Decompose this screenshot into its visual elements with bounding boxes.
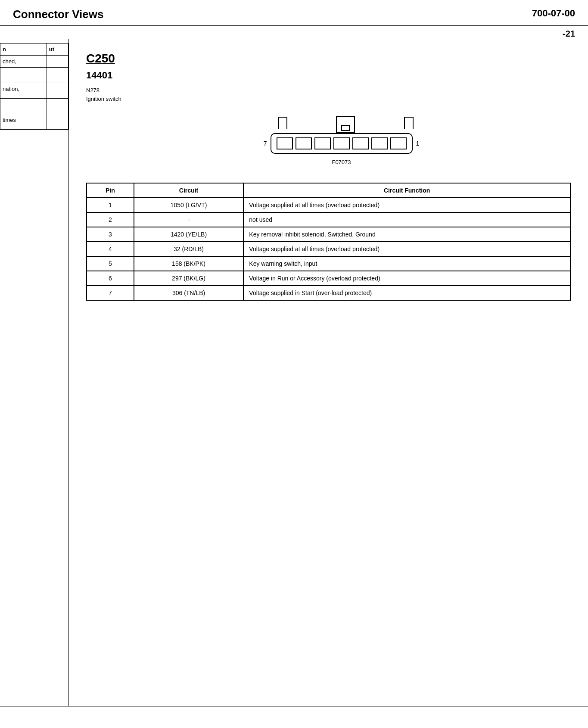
- connector-id: C250: [86, 52, 571, 65]
- tab-center-box: [336, 124, 355, 133]
- pin-1: [277, 137, 293, 149]
- connector-diagram: 7 1 F07073: [112, 116, 571, 165]
- cell-circuit-7: 306 (TN/LB): [134, 286, 244, 300]
- pin-table: Pin Circuit Circuit Function 11050 (LG/V…: [86, 183, 571, 301]
- connector-shell: [271, 133, 413, 154]
- cell-function-5: Key warning switch, input: [243, 256, 570, 271]
- page-number: 700-07-00: [532, 8, 575, 19]
- cell-pin-6: 6: [87, 271, 134, 286]
- table-row: 432 (RD/LB)Voltage supplied at all times…: [87, 242, 570, 256]
- tab-right: [404, 117, 414, 129]
- cell-circuit-2: -: [134, 212, 244, 227]
- cell-pin-3: 3: [87, 227, 134, 242]
- table-row: 5158 (BK/PK)Key warning switch, input: [87, 256, 570, 271]
- pin-3: [314, 137, 331, 149]
- left-row5-col1: times: [0, 114, 47, 130]
- tab-center-inner: [341, 125, 350, 131]
- left-panel: n ut ched, nation, times: [0, 39, 69, 706]
- pin-4: [333, 137, 350, 149]
- component-line2: Ignition switch: [86, 96, 121, 102]
- page-header: Connector Views 700-07-00: [0, 0, 588, 26]
- tab-left: [278, 117, 287, 129]
- left-row4-col1: [0, 99, 47, 114]
- pin-5: [352, 137, 369, 149]
- cell-function-1: Voltage supplied at all times (overload …: [243, 198, 570, 212]
- col-header-pin: Pin: [87, 183, 134, 198]
- table-row: 7306 (TN/LB)Voltage supplied in Start (o…: [87, 286, 570, 300]
- cell-function-2: not used: [243, 212, 570, 227]
- page-sub-number: -21: [0, 26, 588, 39]
- part-number: 14401: [86, 70, 571, 81]
- cell-function-6: Voltage in Run or Accessory (overload pr…: [243, 271, 570, 286]
- cell-pin-4: 4: [87, 242, 134, 256]
- left-col2-header: ut: [47, 44, 68, 56]
- cell-function-7: Voltage supplied in Start (over-load pro…: [243, 286, 570, 300]
- cell-pin-2: 2: [87, 212, 134, 227]
- left-row5-col2: [47, 114, 68, 130]
- cell-pin-1: 1: [87, 198, 134, 212]
- pin-2: [296, 137, 312, 149]
- figure-label: F07073: [332, 159, 351, 165]
- cell-pin-7: 7: [87, 286, 134, 300]
- left-row3-col2: [47, 83, 68, 99]
- component-line1: N278: [86, 87, 100, 93]
- left-row1-col2: [47, 56, 68, 68]
- left-row2-col1: [0, 68, 47, 83]
- cell-circuit-4: 32 (RD/LB): [134, 242, 244, 256]
- pin-label-left: 7: [264, 140, 267, 147]
- col-header-circuit: Circuit: [134, 183, 244, 198]
- table-row: 11050 (LG/VT)Voltage supplied at all tim…: [87, 198, 570, 212]
- left-row4-col2: [47, 99, 68, 114]
- page-title: Connector Views: [13, 8, 103, 21]
- table-row: 2-not used: [87, 212, 570, 227]
- table-row: 31420 (YE/LB)Key removal inhibit solenoi…: [87, 227, 570, 242]
- left-row3-col1: nation,: [0, 83, 47, 99]
- cell-circuit-3: 1420 (YE/LB): [134, 227, 244, 242]
- connector-top-tabs: [268, 116, 423, 133]
- col-header-function: Circuit Function: [243, 183, 570, 198]
- cell-function-4: Voltage supplied at all times (overload …: [243, 242, 570, 256]
- left-row1-col1: ched,: [0, 56, 47, 68]
- cell-circuit-1: 1050 (LG/VT): [134, 198, 244, 212]
- left-col1-header: n: [0, 44, 47, 56]
- pin-label-right: 1: [416, 140, 420, 147]
- tab-center-top: [336, 116, 355, 124]
- pin-7: [390, 137, 407, 149]
- pin-6: [371, 137, 388, 149]
- connector-body: 7 1: [264, 133, 420, 154]
- cell-circuit-5: 158 (BK/PK): [134, 256, 244, 271]
- component-label: N278 Ignition switch: [86, 86, 571, 103]
- table-row: 6297 (BK/LG)Voltage in Run or Accessory …: [87, 271, 570, 286]
- cell-pin-5: 5: [87, 256, 134, 271]
- right-panel: C250 14401 N278 Ignition switch: [69, 39, 588, 706]
- left-row2-col2: [47, 68, 68, 83]
- cell-function-3: Key removal inhibit solenoid, Switched, …: [243, 227, 570, 242]
- cell-circuit-6: 297 (BK/LG): [134, 271, 244, 286]
- tab-center-outer: [336, 116, 355, 133]
